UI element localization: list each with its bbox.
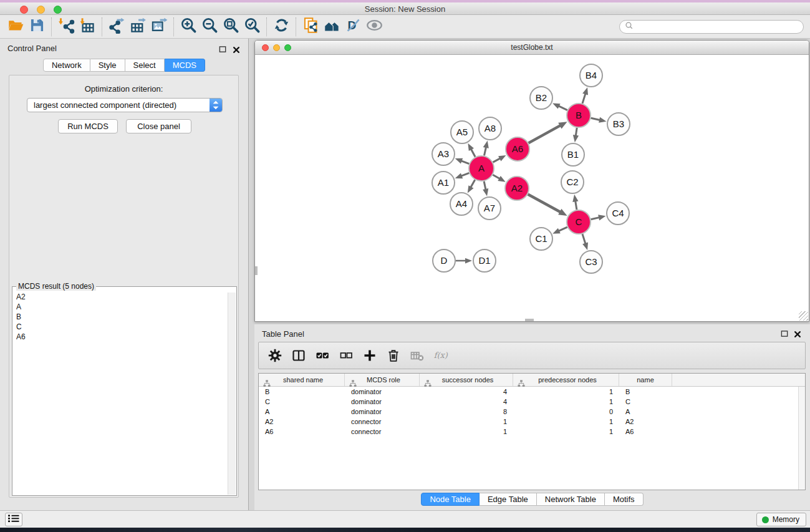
import-table-button[interactable] [77,17,98,37]
home-button[interactable] [321,17,342,37]
canvas-scroll-mark-bottom [525,319,534,321]
select-all-button[interactable] [314,347,330,364]
open-file-icon [7,17,24,36]
table-row[interactable]: Adominator80A [259,407,805,417]
import-network-button[interactable] [55,17,77,37]
column-header-successor-nodes[interactable]: successor nodes [420,374,513,386]
graph-edge-A-A5[interactable] [471,149,475,157]
export-network-button[interactable] [106,17,127,37]
result-list-scrollbar[interactable] [228,293,236,495]
resize-grip[interactable] [799,311,808,321]
hide-details-button[interactable]: D [342,17,364,37]
column-header-shared-name[interactable]: shared name [259,374,345,386]
graph-edge-A-A1[interactable] [461,173,470,176]
split-panel-button[interactable] [291,347,307,364]
export-network-icon [108,17,125,36]
column-header-label: name [637,376,654,384]
graph-edge-B-B4[interactable] [582,94,586,104]
graph-edge-C-C4[interactable] [591,218,600,220]
run-mcds-button[interactable]: Run MCDS [58,119,118,133]
toolbar-separator [173,17,174,36]
export-image-button[interactable] [148,17,170,37]
graph-edge-C-C3[interactable] [582,234,586,244]
zoom-in-button[interactable] [178,17,199,37]
column-header-name[interactable]: name [619,374,672,386]
graph-edge-A-A6[interactable] [493,158,501,162]
graph-edge-C-C1[interactable] [559,227,567,231]
table-row[interactable]: Cdominator41C [259,397,805,407]
table-row[interactable]: A6connector11A6 [259,427,805,437]
control-panel-tabs: NetworkStyleSelectMCDS [0,59,248,72]
table-panel-close-button[interactable] [794,329,801,337]
tab-network-table[interactable]: Network Table [537,493,605,506]
import-table-icon [79,17,96,36]
graph-edge-A-A3[interactable] [461,161,470,164]
control-panel-close-button[interactable] [233,45,240,52]
result-item[interactable]: A [16,302,226,312]
toolbar-separator [102,17,102,36]
delete-button[interactable] [385,347,402,364]
criterion-dropdown[interactable]: largest connected component (directed) [27,98,223,112]
graph-edge-B-B1[interactable] [576,128,577,136]
graph-node-label: A5 [456,127,468,137]
graph-edge-A-A2[interactable] [493,175,499,178]
tab-style[interactable]: Style [90,59,125,72]
graph-edge-A-A4[interactable] [471,180,475,187]
tab-mcds[interactable]: MCDS [165,59,205,72]
graph-edge-A-A8[interactable] [484,147,486,156]
table-panel-float-button[interactable] [781,329,789,337]
search-input[interactable] [637,22,798,31]
refresh-icon [273,17,290,36]
add-column-button[interactable] [362,347,378,364]
tab-select[interactable]: Select [125,59,165,72]
deselect-all-button[interactable] [338,347,354,364]
table-cell: 4 [420,397,513,407]
column-header-MCDS-role[interactable]: MCDS role [345,374,420,386]
close-panel-button[interactable]: Close panel [126,119,191,133]
open-file-button[interactable] [5,17,26,37]
task-history-button[interactable] [5,513,22,526]
tab-motifs[interactable]: Motifs [605,493,644,506]
zoom-out-button[interactable] [199,17,220,37]
network-canvas[interactable]: AA2A6BCA1A3A4A5A7A8B1B2B3B4C1C2C3C4DD1 [255,55,809,321]
result-item[interactable]: B [16,312,226,322]
zoom-fit-button[interactable] [220,17,241,37]
graph-edge-A2-C[interactable] [528,195,561,212]
graph-node-label: B1 [567,149,579,160]
memory-button[interactable]: Memory [756,513,806,526]
graph-edge-arrowhead [468,185,474,193]
refresh-button[interactable] [271,17,292,37]
eye-icon [366,17,383,36]
table-scrollbar[interactable] [798,387,805,490]
table-cell: dominator [345,397,420,407]
control-panel-title: Control Panel [7,44,57,53]
tab-network[interactable]: Network [43,59,90,72]
tab-edge-table[interactable]: Edge Table [480,493,537,506]
graph-edge-B-B2[interactable] [559,106,567,110]
search-icon [625,21,634,32]
graph-edge-A6-B[interactable] [529,125,561,143]
gear-button[interactable] [267,347,283,364]
result-item[interactable]: A2 [16,292,226,302]
graph-edge-B-B3[interactable] [591,118,600,120]
save-session-button[interactable] [26,17,47,37]
eye-button[interactable] [364,17,385,37]
result-item[interactable]: C [16,322,226,332]
graph-node-label: A7 [484,203,495,213]
graph-edge-arrowhead [572,195,578,202]
table-row[interactable]: Bdominator41B [259,387,805,397]
zoom-selected-button[interactable] [241,17,263,37]
table-body: Bdominator41BCdominator41CAdominator80AA… [259,387,805,437]
graph-edge-C-C2[interactable] [576,201,577,210]
export-image-icon [151,17,168,36]
export-table-button[interactable] [127,17,148,37]
tab-node-table[interactable]: Node Table [421,493,480,506]
clone-network-button[interactable] [300,17,321,37]
graph-edge-A-A7[interactable] [484,181,486,190]
graph-node-label: A3 [438,148,449,159]
result-item[interactable]: A6 [16,332,226,342]
save-session-icon [29,17,46,36]
table-row[interactable]: A2connector11A2 [259,417,805,427]
column-header-predecessor-nodes[interactable]: predecessor nodes [513,374,619,386]
control-panel-float-button[interactable] [219,45,227,52]
